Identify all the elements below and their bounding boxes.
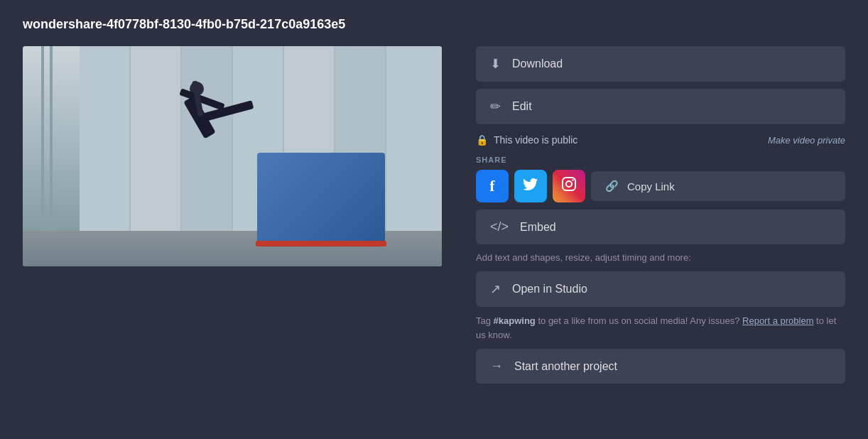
start-another-project-button[interactable]: → Start another project (476, 349, 845, 384)
lock-icon: 🔒 (476, 134, 488, 146)
page-title: wondershare-4f0778bf-8130-4fb0-b75d-217c… (23, 17, 845, 32)
arrow-right-icon: → (490, 359, 503, 374)
embed-icon: </> (490, 220, 509, 234)
open-in-studio-button[interactable]: ↗ Open in Studio (476, 271, 845, 307)
make-private-link[interactable]: Make video private (768, 135, 845, 146)
thumbnail-inner (23, 46, 442, 266)
twitter-icon (523, 177, 538, 195)
share-row: f (476, 170, 845, 202)
side-panel: ⬇ Download ✏ Edit 🔒 This video is public… (476, 46, 845, 384)
social-tag-text: Tag #kapwing to get a like from us on so… (476, 314, 845, 342)
facebook-button[interactable]: f (476, 170, 509, 202)
visibility-label: This video is public (494, 134, 762, 146)
report-problem-link[interactable]: Report a problem (742, 315, 813, 326)
copy-link-button[interactable]: 🔗 Copy Link (591, 171, 845, 201)
embed-button[interactable]: </> Embed (476, 210, 845, 244)
visibility-row: 🔒 This video is public Make video privat… (476, 131, 845, 148)
share-section: SHARE f (476, 156, 845, 202)
red-mat-edge (256, 241, 386, 246)
svg-point-2 (572, 179, 573, 180)
svg-point-1 (566, 181, 572, 187)
share-label: SHARE (476, 156, 845, 164)
gymnast-figure (165, 67, 321, 195)
studio-icon: ↗ (490, 281, 501, 297)
edit-button[interactable]: ✏ Edit (476, 89, 845, 124)
download-button[interactable]: ⬇ Download (476, 46, 845, 82)
facebook-icon: f (489, 177, 494, 195)
link-icon: 🔗 (605, 180, 619, 193)
instagram-icon (561, 176, 577, 196)
download-icon: ⬇ (490, 56, 501, 72)
instagram-button[interactable] (553, 170, 585, 202)
studio-helper-text: Add text and shapes, resize, adjust timi… (476, 251, 845, 264)
main-layout: ⬇ Download ✏ Edit 🔒 This video is public… (23, 46, 845, 384)
video-container (23, 46, 442, 266)
edit-icon: ✏ (490, 99, 501, 114)
video-thumbnail[interactable] (23, 46, 442, 266)
twitter-button[interactable] (514, 170, 547, 202)
